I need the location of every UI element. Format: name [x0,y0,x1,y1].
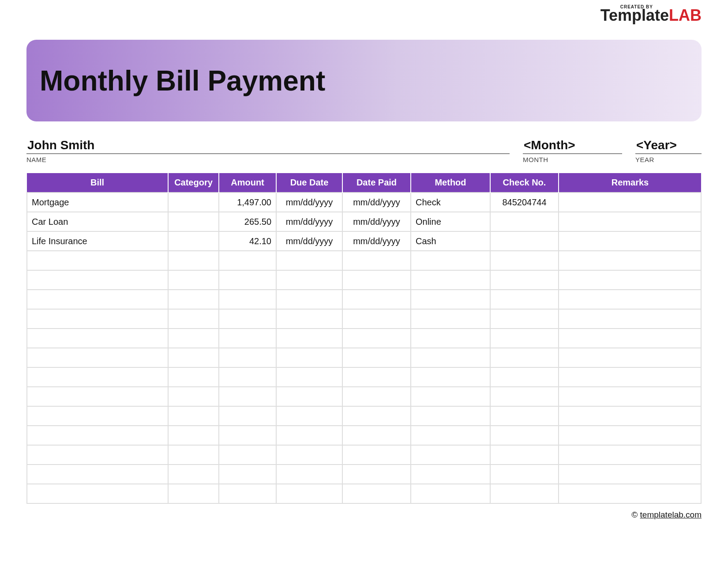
cell-category[interactable] [168,290,219,309]
cell-method[interactable] [411,445,490,465]
table-row[interactable] [27,406,701,426]
table-row[interactable]: Car Loan265.50mm/dd/yyyymm/dd/yyyyOnline [27,212,701,231]
cell-category[interactable] [168,193,219,212]
cell-remarks[interactable] [559,251,701,270]
table-row[interactable] [27,251,701,270]
cell-paid[interactable] [342,270,411,290]
cell-remarks[interactable] [559,212,701,231]
table-row[interactable] [27,309,701,329]
table-row[interactable] [27,387,701,406]
cell-category[interactable] [168,484,219,503]
cell-check[interactable] [490,445,559,465]
table-row[interactable] [27,445,701,465]
table-row[interactable] [27,270,701,290]
cell-check[interactable] [490,348,559,367]
cell-method[interactable] [411,465,490,484]
cell-remarks[interactable] [559,367,701,387]
cell-check[interactable] [490,426,559,445]
cell-check[interactable] [490,290,559,309]
cell-amount[interactable] [219,484,276,503]
cell-category[interactable] [168,406,219,426]
cell-category[interactable] [168,348,219,367]
cell-check[interactable] [490,309,559,329]
cell-category[interactable] [168,329,219,348]
cell-amount[interactable]: 42.10 [219,231,276,251]
cell-due[interactable]: mm/dd/yyyy [276,231,342,251]
cell-bill[interactable] [27,290,168,309]
cell-bill[interactable] [27,426,168,445]
cell-paid[interactable] [342,251,411,270]
cell-paid[interactable] [342,309,411,329]
cell-paid[interactable] [342,406,411,426]
cell-method[interactable] [411,406,490,426]
cell-method[interactable] [411,367,490,387]
table-row[interactable] [27,348,701,367]
cell-method[interactable] [411,484,490,503]
cell-remarks[interactable] [559,406,701,426]
cell-category[interactable] [168,309,219,329]
cell-remarks[interactable] [559,329,701,348]
cell-paid[interactable] [342,329,411,348]
cell-paid[interactable] [342,445,411,465]
cell-due[interactable]: mm/dd/yyyy [276,193,342,212]
cell-check[interactable] [490,231,559,251]
table-row[interactable] [27,329,701,348]
cell-amount[interactable]: 1,497.00 [219,193,276,212]
cell-category[interactable] [168,445,219,465]
cell-due[interactable] [276,270,342,290]
cell-category[interactable] [168,367,219,387]
cell-bill[interactable] [27,406,168,426]
cell-amount[interactable] [219,367,276,387]
cell-category[interactable] [168,426,219,445]
cell-remarks[interactable] [559,387,701,406]
cell-bill[interactable] [27,445,168,465]
table-row[interactable]: Life Insurance42.10mm/dd/yyyymm/dd/yyyyC… [27,231,701,251]
cell-amount[interactable] [219,445,276,465]
cell-check[interactable] [490,212,559,231]
cell-remarks[interactable] [559,484,701,503]
cell-check[interactable] [490,484,559,503]
cell-amount[interactable] [219,465,276,484]
cell-paid[interactable]: mm/dd/yyyy [342,212,411,231]
cell-bill[interactable] [27,251,168,270]
cell-method[interactable] [411,290,490,309]
cell-method[interactable] [411,387,490,406]
cell-method[interactable] [411,251,490,270]
cell-paid[interactable] [342,290,411,309]
cell-remarks[interactable] [559,290,701,309]
cell-bill[interactable] [27,484,168,503]
cell-due[interactable] [276,484,342,503]
cell-bill[interactable]: Car Loan [27,212,168,231]
cell-remarks[interactable] [559,309,701,329]
cell-due[interactable]: mm/dd/yyyy [276,212,342,231]
cell-paid[interactable]: mm/dd/yyyy [342,193,411,212]
cell-bill[interactable]: Life Insurance [27,231,168,251]
table-row[interactable] [27,367,701,387]
cell-due[interactable] [276,367,342,387]
cell-due[interactable] [276,387,342,406]
cell-check[interactable] [490,387,559,406]
cell-method[interactable] [411,426,490,445]
cell-due[interactable] [276,465,342,484]
cell-remarks[interactable] [559,348,701,367]
cell-due[interactable] [276,445,342,465]
cell-amount[interactable] [219,290,276,309]
cell-category[interactable] [168,231,219,251]
cell-due[interactable] [276,329,342,348]
cell-category[interactable] [168,212,219,231]
table-row[interactable] [27,465,701,484]
name-field[interactable]: John Smith NAME [26,138,510,163]
cell-remarks[interactable] [559,193,701,212]
cell-amount[interactable]: 265.50 [219,212,276,231]
cell-remarks[interactable] [559,426,701,445]
cell-amount[interactable] [219,251,276,270]
cell-remarks[interactable] [559,445,701,465]
table-row[interactable] [27,484,701,503]
cell-method[interactable] [411,270,490,290]
footer-link[interactable]: templatelab.com [640,510,702,519]
cell-amount[interactable] [219,329,276,348]
cell-bill[interactable]: Mortgage [27,193,168,212]
cell-remarks[interactable] [559,465,701,484]
cell-due[interactable] [276,290,342,309]
cell-check[interactable]: 845204744 [490,193,559,212]
